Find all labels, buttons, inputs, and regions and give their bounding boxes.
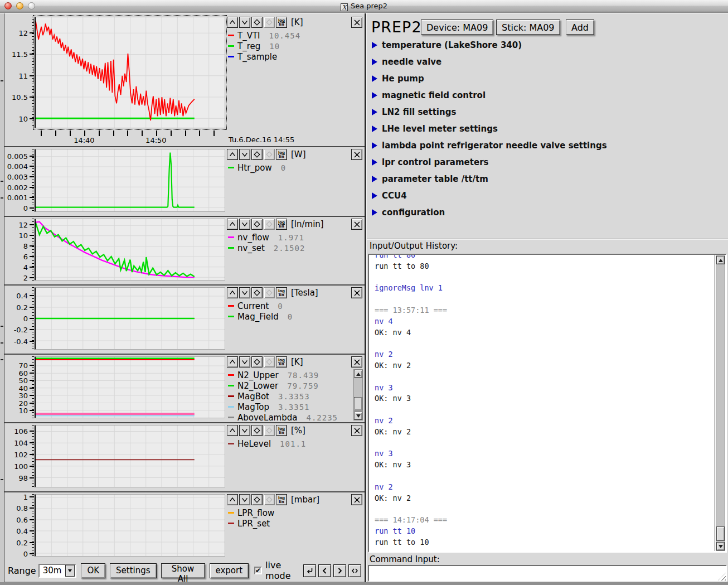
- legend-entry-T_reg[interactable]: T_reg10: [228, 41, 350, 51]
- section-temperature-lakeshore-340[interactable]: temperature (LakeShore 340): [372, 39, 522, 51]
- command-input[interactable]: [368, 565, 727, 582]
- scroll-down-button[interactable]: [239, 17, 250, 28]
- io-history-box[interactable]: run tt 80run tt to 80 ignoreMsg lnv 1 ==…: [368, 254, 727, 553]
- close-chart-button[interactable]: [351, 17, 362, 28]
- section-ccu4[interactable]: CCU4: [372, 190, 407, 202]
- chart-plot-area[interactable]: [35, 219, 225, 281]
- scroll-up-button[interactable]: [227, 356, 238, 368]
- log-lin-toggle-button[interactable]: loglin: [276, 494, 287, 505]
- zoom-range-button[interactable]: [251, 494, 263, 505]
- legend-entry-nv_set[interactable]: nv_set2.1502: [228, 243, 350, 253]
- show-all-button[interactable]: Show All: [161, 563, 205, 578]
- section-he-pump[interactable]: He pump: [372, 72, 424, 85]
- legend-entry-Current[interactable]: Current0: [228, 301, 350, 311]
- legend-entry-T_VTI[interactable]: T_VTI10.454: [228, 30, 350, 41]
- zoom-range-disabled-button[interactable]: [264, 149, 275, 160]
- scroll-down-button[interactable]: [354, 412, 362, 420]
- chart-plot-area[interactable]: [35, 356, 225, 418]
- log-lin-toggle-button[interactable]: loglin: [276, 287, 287, 298]
- combobox-dropdown-button[interactable]: [65, 565, 75, 577]
- close-chart-button[interactable]: [351, 425, 362, 436]
- scroll-up-button[interactable]: [716, 256, 725, 264]
- add-button[interactable]: Add: [566, 20, 594, 35]
- legend-entry-nv_flow[interactable]: nv_flow1.971: [228, 232, 350, 243]
- scroll-down-button[interactable]: [716, 542, 725, 550]
- return-arrow-button[interactable]: [303, 564, 316, 577]
- scroll-up-button[interactable]: [227, 287, 238, 298]
- close-chart-button[interactable]: [351, 356, 362, 368]
- close-chart-button[interactable]: [351, 287, 362, 298]
- legend-entry-MagBot[interactable]: MagBot3.3353: [228, 391, 350, 402]
- close-chart-button[interactable]: [351, 219, 362, 230]
- scroll-down-button[interactable]: [239, 356, 250, 368]
- zoom-range-button[interactable]: [251, 356, 263, 368]
- zoom-range-button[interactable]: [251, 219, 263, 230]
- scroll-down-button[interactable]: [239, 494, 250, 505]
- legend-entry-LPR_set[interactable]: LPR_set: [228, 518, 350, 529]
- zoom-range-button[interactable]: [251, 287, 263, 298]
- zoom-range-disabled-button[interactable]: [264, 425, 275, 436]
- zoom-range-disabled-button[interactable]: [264, 219, 275, 230]
- close-chart-button[interactable]: [351, 149, 362, 160]
- legend-entry-MagTop[interactable]: MagTop3.3351: [228, 402, 350, 412]
- legend-entry-Htr_pow[interactable]: Htr_pow0: [228, 162, 350, 173]
- chevron-right-button[interactable]: [333, 564, 346, 577]
- chart-plot-area[interactable]: [35, 494, 225, 557]
- scroll-up-button[interactable]: [227, 17, 238, 28]
- zoom-range-disabled-button[interactable]: [264, 494, 275, 505]
- scroll-up-button[interactable]: [227, 494, 238, 505]
- section-lpr-control-parameters[interactable]: lpr control parameters: [372, 156, 488, 168]
- scrollbar-thumb[interactable]: [354, 397, 362, 410]
- stick-button[interactable]: Stick: MA09: [496, 20, 560, 35]
- scroll-down-button[interactable]: [239, 287, 250, 298]
- zoom-range-button[interactable]: [251, 17, 263, 28]
- zoom-range-disabled-button[interactable]: [264, 356, 275, 368]
- scroll-up-button[interactable]: [227, 149, 238, 160]
- section-configuration[interactable]: configuration: [372, 206, 445, 219]
- section-lambda-point-refrigerator-needle-valve-settings[interactable]: lambda point refrigerator needle valve s…: [372, 139, 607, 152]
- legend-entry-Mag_Field[interactable]: Mag_Field0: [228, 311, 350, 322]
- chart-plot-area[interactable]: [35, 149, 225, 212]
- close-chart-button[interactable]: [351, 494, 362, 505]
- range-combobox[interactable]: 30m: [38, 564, 77, 578]
- legend-entry-LPR_flow[interactable]: LPR_flow: [228, 507, 350, 518]
- scroll-down-button[interactable]: [239, 149, 250, 160]
- section-ln2-fill-settings[interactable]: LN2 fill settings: [372, 106, 456, 118]
- legend-entry-N2_Upper[interactable]: N2_Upper78.439: [228, 370, 350, 380]
- scroll-up-button[interactable]: [354, 370, 362, 378]
- chart-plot-area[interactable]: [35, 287, 225, 350]
- zoom-range-disabled-button[interactable]: [264, 287, 275, 298]
- section-needle-valve[interactable]: needle valve: [372, 56, 441, 68]
- legend-entry-HeLevel[interactable]: HeLevel101.1: [228, 438, 350, 449]
- log-lin-toggle-button[interactable]: loglin: [276, 425, 287, 436]
- legend-scrollbar[interactable]: [353, 369, 363, 420]
- chart-plot-area[interactable]: [35, 17, 225, 128]
- scroll-down-button[interactable]: [239, 219, 250, 230]
- device-button[interactable]: Device: MA09: [421, 20, 493, 35]
- live-mode-checkbox[interactable]: ✔: [254, 567, 262, 574]
- ok-button[interactable]: OK: [81, 563, 105, 578]
- chart-plot-area[interactable]: [35, 425, 225, 487]
- legend-entry-T_sample[interactable]: T_sample: [228, 51, 350, 62]
- legend-entry-N2_Lower[interactable]: N2_Lower79.759: [228, 380, 350, 391]
- section-magnetic-field-control[interactable]: magnetic field control: [372, 89, 486, 101]
- scroll-down-button[interactable]: [239, 425, 250, 436]
- io-history-scrollbar[interactable]: [716, 255, 725, 551]
- settings-button[interactable]: Settings: [110, 563, 157, 578]
- zoom-range-button[interactable]: [251, 149, 263, 160]
- expand-range-button[interactable]: [348, 564, 361, 577]
- zoom-range-disabled-button[interactable]: [264, 17, 275, 28]
- legend-entry-AboveLambda[interactable]: AboveLambda4.2235: [228, 412, 350, 423]
- section-parameter-table-tt-tm[interactable]: parameter table /tt/tm: [372, 173, 488, 185]
- log-lin-toggle-button[interactable]: loglin: [276, 356, 287, 368]
- log-lin-toggle-button[interactable]: loglin: [276, 17, 287, 28]
- scroll-up-button[interactable]: [227, 219, 238, 230]
- export-button[interactable]: export: [210, 563, 249, 578]
- zoom-range-button[interactable]: [251, 425, 263, 436]
- section-lhe-level-meter-settings[interactable]: LHe level meter settings: [372, 123, 498, 135]
- scrollbar-thumb[interactable]: [716, 526, 725, 541]
- log-lin-toggle-button[interactable]: loglin: [276, 219, 287, 230]
- chevron-left-button[interactable]: [318, 564, 331, 577]
- scroll-up-button[interactable]: [227, 425, 238, 436]
- log-lin-toggle-button[interactable]: loglin: [276, 149, 287, 160]
